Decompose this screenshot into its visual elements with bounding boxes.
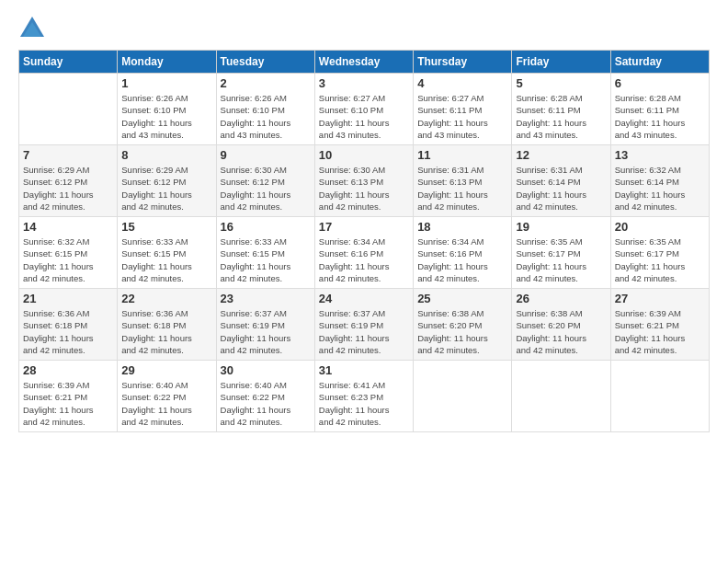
day-info: Sunrise: 6:29 AM Sunset: 6:12 PM Dayligh…: [121, 164, 211, 213]
day-cell: 10Sunrise: 6:30 AM Sunset: 6:13 PM Dayli…: [314, 145, 413, 217]
day-number: 5: [516, 76, 606, 90]
day-info: Sunrise: 6:39 AM Sunset: 6:21 PM Dayligh…: [23, 379, 113, 428]
day-number: 23: [221, 292, 311, 305]
day-cell: 31Sunrise: 6:41 AM Sunset: 6:23 PM Dayli…: [314, 361, 413, 432]
day-number: 6: [615, 76, 705, 90]
day-info: Sunrise: 6:32 AM Sunset: 6:14 PM Dayligh…: [615, 164, 705, 213]
day-cell: [19, 74, 118, 145]
day-cell: 25Sunrise: 6:38 AM Sunset: 6:20 PM Dayli…: [414, 289, 512, 361]
day-info: Sunrise: 6:27 AM Sunset: 6:10 PM Dayligh…: [319, 92, 409, 141]
day-cell: 7Sunrise: 6:29 AM Sunset: 6:12 PM Daylig…: [19, 145, 118, 217]
day-number: 29: [121, 363, 211, 377]
day-info: Sunrise: 6:40 AM Sunset: 6:22 PM Dayligh…: [121, 379, 211, 428]
day-info: Sunrise: 6:31 AM Sunset: 6:13 PM Dayligh…: [417, 164, 507, 213]
week-row-2: 14Sunrise: 6:32 AM Sunset: 6:15 PM Dayli…: [19, 217, 710, 289]
day-info: Sunrise: 6:36 AM Sunset: 6:18 PM Dayligh…: [121, 307, 211, 356]
day-cell: 29Sunrise: 6:40 AM Sunset: 6:22 PM Dayli…: [118, 361, 216, 432]
day-number: 10: [319, 148, 409, 162]
day-info: Sunrise: 6:39 AM Sunset: 6:21 PM Dayligh…: [615, 307, 705, 356]
day-cell: 26Sunrise: 6:38 AM Sunset: 6:20 PM Dayli…: [512, 289, 610, 361]
day-number: 4: [417, 76, 507, 90]
day-number: 2: [221, 76, 311, 90]
day-info: Sunrise: 6:38 AM Sunset: 6:20 PM Dayligh…: [516, 307, 606, 356]
day-cell: 28Sunrise: 6:39 AM Sunset: 6:21 PM Dayli…: [19, 361, 118, 432]
day-cell: 30Sunrise: 6:40 AM Sunset: 6:22 PM Dayli…: [216, 361, 314, 432]
day-number: 28: [23, 363, 113, 377]
header-cell-monday: Monday: [118, 51, 216, 74]
header-cell-thursday: Thursday: [414, 51, 512, 74]
day-cell: 9Sunrise: 6:30 AM Sunset: 6:12 PM Daylig…: [216, 145, 314, 217]
day-info: Sunrise: 6:37 AM Sunset: 6:19 PM Dayligh…: [221, 307, 311, 356]
day-cell: 24Sunrise: 6:37 AM Sunset: 6:19 PM Dayli…: [314, 289, 413, 361]
day-info: Sunrise: 6:40 AM Sunset: 6:22 PM Dayligh…: [221, 379, 311, 428]
header-cell-tuesday: Tuesday: [216, 51, 314, 74]
day-cell: 18Sunrise: 6:34 AM Sunset: 6:16 PM Dayli…: [414, 217, 512, 289]
day-cell: [414, 361, 512, 432]
day-info: Sunrise: 6:26 AM Sunset: 6:10 PM Dayligh…: [121, 92, 211, 141]
day-info: Sunrise: 6:38 AM Sunset: 6:20 PM Dayligh…: [417, 307, 507, 356]
day-cell: 16Sunrise: 6:33 AM Sunset: 6:15 PM Dayli…: [216, 217, 314, 289]
day-number: 8: [121, 148, 211, 162]
day-info: Sunrise: 6:29 AM Sunset: 6:12 PM Dayligh…: [23, 164, 113, 213]
calendar-table: SundayMondayTuesdayWednesdayThursdayFrid…: [18, 50, 710, 432]
day-number: 14: [23, 220, 113, 234]
day-info: Sunrise: 6:28 AM Sunset: 6:11 PM Dayligh…: [516, 92, 606, 141]
day-number: 31: [319, 363, 409, 377]
day-cell: 14Sunrise: 6:32 AM Sunset: 6:15 PM Dayli…: [19, 217, 118, 289]
day-cell: 3Sunrise: 6:27 AM Sunset: 6:10 PM Daylig…: [314, 74, 413, 145]
day-cell: 27Sunrise: 6:39 AM Sunset: 6:21 PM Dayli…: [610, 289, 709, 361]
header-row: SundayMondayTuesdayWednesdayThursdayFrid…: [19, 51, 710, 74]
day-number: 7: [23, 148, 113, 162]
day-number: 26: [516, 292, 606, 305]
day-number: 24: [319, 292, 409, 305]
header-cell-wednesday: Wednesday: [314, 51, 413, 74]
header-cell-saturday: Saturday: [610, 51, 709, 74]
week-row-4: 28Sunrise: 6:39 AM Sunset: 6:21 PM Dayli…: [19, 361, 710, 432]
logo: [18, 17, 48, 42]
day-cell: 11Sunrise: 6:31 AM Sunset: 6:13 PM Dayli…: [414, 145, 512, 217]
day-number: 3: [319, 76, 409, 90]
week-row-0: 1Sunrise: 6:26 AM Sunset: 6:10 PM Daylig…: [19, 74, 710, 145]
day-info: Sunrise: 6:35 AM Sunset: 6:17 PM Dayligh…: [615, 236, 705, 284]
day-cell: 8Sunrise: 6:29 AM Sunset: 6:12 PM Daylig…: [118, 145, 216, 217]
day-info: Sunrise: 6:37 AM Sunset: 6:19 PM Dayligh…: [319, 307, 409, 356]
day-number: 16: [221, 220, 311, 234]
day-cell: 23Sunrise: 6:37 AM Sunset: 6:19 PM Dayli…: [216, 289, 314, 361]
day-info: Sunrise: 6:34 AM Sunset: 6:16 PM Dayligh…: [417, 236, 507, 284]
day-number: 12: [516, 148, 606, 162]
day-info: Sunrise: 6:33 AM Sunset: 6:15 PM Dayligh…: [121, 236, 211, 284]
day-number: 15: [121, 220, 211, 234]
day-info: Sunrise: 6:41 AM Sunset: 6:23 PM Dayligh…: [319, 379, 409, 428]
day-cell: 22Sunrise: 6:36 AM Sunset: 6:18 PM Dayli…: [118, 289, 216, 361]
day-number: 1: [121, 76, 211, 90]
week-row-3: 21Sunrise: 6:36 AM Sunset: 6:18 PM Dayli…: [19, 289, 710, 361]
day-cell: 12Sunrise: 6:31 AM Sunset: 6:14 PM Dayli…: [512, 145, 610, 217]
day-number: 19: [516, 220, 606, 234]
day-info: Sunrise: 6:36 AM Sunset: 6:18 PM Dayligh…: [23, 307, 113, 356]
day-cell: [512, 361, 610, 432]
day-cell: 19Sunrise: 6:35 AM Sunset: 6:17 PM Dayli…: [512, 217, 610, 289]
day-number: 22: [121, 292, 211, 305]
logo-icon: [18, 15, 46, 40]
day-info: Sunrise: 6:34 AM Sunset: 6:16 PM Dayligh…: [319, 236, 409, 284]
day-cell: 17Sunrise: 6:34 AM Sunset: 6:16 PM Dayli…: [314, 217, 413, 289]
day-info: Sunrise: 6:33 AM Sunset: 6:15 PM Dayligh…: [221, 236, 311, 284]
day-number: 20: [615, 220, 705, 234]
day-cell: 1Sunrise: 6:26 AM Sunset: 6:10 PM Daylig…: [118, 74, 216, 145]
day-info: Sunrise: 6:31 AM Sunset: 6:14 PM Dayligh…: [516, 164, 606, 213]
header-cell-sunday: Sunday: [19, 51, 118, 74]
day-number: 30: [221, 363, 311, 377]
day-cell: 5Sunrise: 6:28 AM Sunset: 6:11 PM Daylig…: [512, 74, 610, 145]
day-info: Sunrise: 6:35 AM Sunset: 6:17 PM Dayligh…: [516, 236, 606, 284]
week-row-1: 7Sunrise: 6:29 AM Sunset: 6:12 PM Daylig…: [19, 145, 710, 217]
day-cell: 6Sunrise: 6:28 AM Sunset: 6:11 PM Daylig…: [610, 74, 709, 145]
day-cell: 13Sunrise: 6:32 AM Sunset: 6:14 PM Dayli…: [610, 145, 709, 217]
day-number: 9: [221, 148, 311, 162]
day-number: 18: [417, 220, 507, 234]
day-cell: 21Sunrise: 6:36 AM Sunset: 6:18 PM Dayli…: [19, 289, 118, 361]
day-info: Sunrise: 6:32 AM Sunset: 6:15 PM Dayligh…: [23, 236, 113, 284]
day-number: 27: [615, 292, 705, 305]
header-cell-friday: Friday: [512, 51, 610, 74]
page: SundayMondayTuesdayWednesdayThursdayFrid…: [0, 0, 728, 563]
header: [18, 17, 710, 42]
